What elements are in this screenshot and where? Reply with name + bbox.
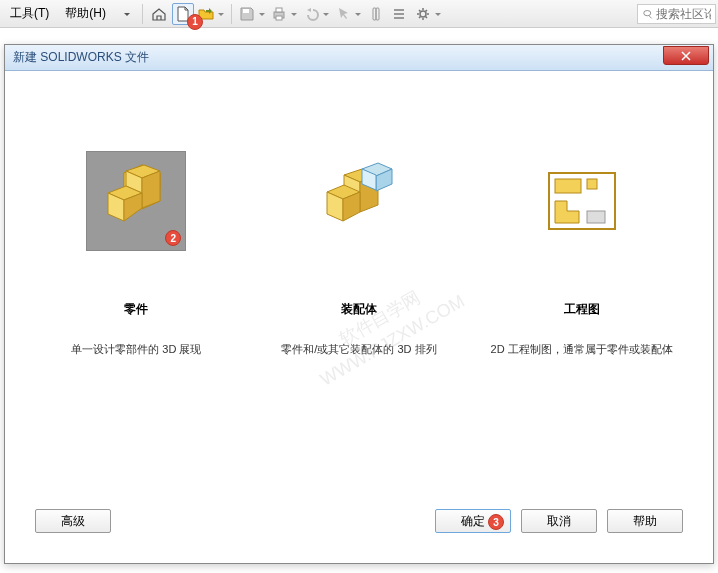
close-button[interactable] xyxy=(663,46,709,65)
new-file-button[interactable]: 1 xyxy=(172,3,194,25)
part-icon xyxy=(96,161,176,241)
badge-2: 2 xyxy=(165,230,181,246)
gear-icon xyxy=(415,6,431,22)
svg-rect-9 xyxy=(394,17,404,19)
search-box[interactable] xyxy=(637,4,716,24)
option-drawing[interactable]: 工程图 2D 工程制图，通常属于零件或装配体 xyxy=(482,151,682,357)
option-title: 零件 xyxy=(36,301,236,318)
link-icon xyxy=(368,6,384,22)
items-icon xyxy=(392,6,408,22)
option-assembly[interactable]: 装配体 零件和/或其它装配体的 3D 排列 xyxy=(259,151,459,357)
menu-tools[interactable]: 工具(T) xyxy=(2,1,57,27)
save-icon xyxy=(239,6,255,22)
dialog-title: 新建 SOLIDWORKS 文件 xyxy=(13,49,149,66)
separator xyxy=(231,4,232,24)
cursor-button[interactable] xyxy=(333,3,363,25)
assembly-icon-wrap xyxy=(309,151,409,251)
drawing-icon xyxy=(547,171,617,231)
svg-rect-14 xyxy=(587,179,597,189)
svg-rect-4 xyxy=(276,16,282,20)
badge-3: 3 xyxy=(488,514,504,530)
advanced-button[interactable]: 高级 xyxy=(35,509,111,533)
items-button[interactable] xyxy=(389,3,411,25)
options-row: 2 零件 单一设计零部件的 3D 展现 xyxy=(25,151,693,357)
link-button[interactable] xyxy=(365,3,387,25)
option-desc: 零件和/或其它装配体的 3D 排列 xyxy=(259,342,459,357)
undo-icon xyxy=(303,6,319,22)
home-button[interactable] xyxy=(148,3,170,25)
svg-rect-1 xyxy=(243,9,249,13)
option-title: 装配体 xyxy=(259,301,459,318)
svg-point-10 xyxy=(420,11,426,17)
svg-rect-8 xyxy=(394,13,404,15)
separator xyxy=(142,4,143,24)
assembly-icon xyxy=(319,161,399,241)
print-icon xyxy=(271,6,287,22)
undo-button[interactable] xyxy=(301,3,331,25)
option-desc: 2D 工程制图，通常属于零件或装配体 xyxy=(482,342,682,357)
home-icon xyxy=(151,6,167,22)
cursor-icon xyxy=(335,6,351,22)
menu-help[interactable]: 帮助(H) xyxy=(57,1,114,27)
search-icon xyxy=(642,7,656,21)
dialog-buttons: 高级 确定 3 取消 帮助 xyxy=(25,509,693,543)
help-button[interactable]: 帮助 xyxy=(607,509,683,533)
svg-rect-13 xyxy=(555,179,581,193)
ok-button[interactable]: 确定 3 xyxy=(435,509,511,533)
print-button[interactable] xyxy=(269,3,299,25)
dialog-titlebar: 新建 SOLIDWORKS 文件 xyxy=(5,45,713,71)
part-icon-wrap: 2 xyxy=(86,151,186,251)
main-toolbar: 工具(T) 帮助(H) 1 xyxy=(0,0,718,28)
ok-label: 确定 xyxy=(461,513,485,530)
svg-point-11 xyxy=(644,10,651,15)
search-input[interactable] xyxy=(656,7,711,21)
option-title: 工程图 xyxy=(482,301,682,318)
drawing-icon-wrap xyxy=(532,151,632,251)
settings-button[interactable] xyxy=(413,3,443,25)
menu-pin[interactable] xyxy=(114,1,138,27)
badge-1: 1 xyxy=(187,14,203,30)
svg-rect-15 xyxy=(587,211,605,223)
svg-rect-6 xyxy=(376,8,379,20)
save-button[interactable] xyxy=(237,3,267,25)
option-part[interactable]: 2 零件 单一设计零部件的 3D 展现 xyxy=(36,151,236,357)
svg-rect-3 xyxy=(276,8,282,12)
cancel-button[interactable]: 取消 xyxy=(521,509,597,533)
dialog-body: 软件自学网WWW.RJZXW.COM xyxy=(5,71,713,563)
option-desc: 单一设计零部件的 3D 展现 xyxy=(36,342,236,357)
svg-rect-7 xyxy=(394,9,404,11)
close-icon xyxy=(681,51,691,61)
new-file-dialog: 新建 SOLIDWORKS 文件 软件自学网WWW.RJZXW.COM xyxy=(4,44,714,564)
